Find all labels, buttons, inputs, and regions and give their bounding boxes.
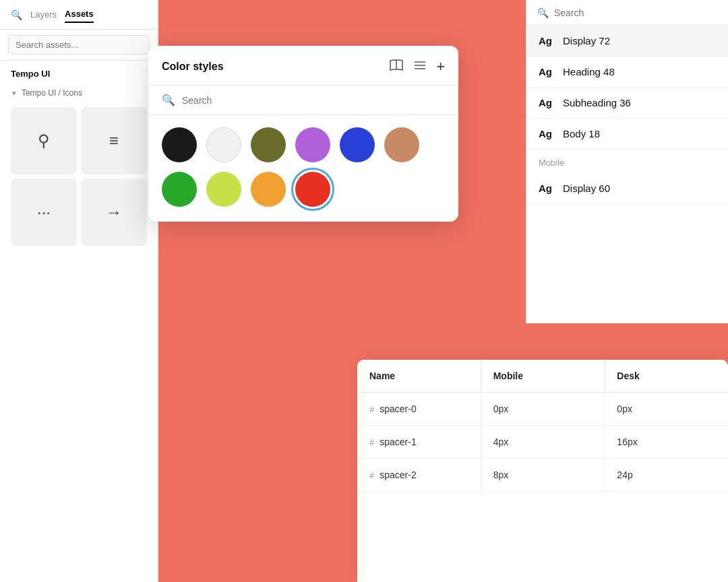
spacing-table: Name Mobile Desk # spacer-0 0px 0px # sp… — [357, 360, 728, 582]
text-style-subheading36[interactable]: Ag Subheading 36 — [526, 88, 728, 119]
add-icon[interactable]: + — [436, 58, 445, 75]
color-search-input[interactable] — [182, 95, 445, 106]
search-icon: ⚲ — [38, 131, 50, 150]
menu-icon: ≡ — [109, 131, 119, 150]
text-style-name: Heading 48 — [563, 66, 615, 77]
hash-icon: # — [369, 404, 374, 414]
swatch-white[interactable] — [206, 127, 241, 162]
table-header: Name Mobile Desk — [357, 360, 728, 393]
table-cell-name: # spacer-1 — [357, 426, 481, 458]
ag-label: Ag — [539, 35, 553, 46]
table-cell-mobile: 8px — [481, 459, 605, 491]
swatch-black[interactable] — [162, 127, 197, 162]
color-search-icon: 🔍 — [162, 94, 175, 106]
sidebar-tabs: 🔍 Layers Assets — [0, 0, 158, 30]
swatch-green[interactable] — [162, 172, 197, 207]
spacer-name: spacer-2 — [380, 470, 416, 480]
table-row: # spacer-2 8px 24p — [357, 459, 728, 492]
col-header-desktop: Desk — [605, 360, 728, 392]
table-cell-desktop: 16px — [605, 426, 728, 458]
left-sidebar: 🔍 Layers Assets Tempo UI ▼ Tempo UI / Ic… — [0, 0, 158, 582]
color-row-1 — [162, 127, 445, 162]
text-style-heading48[interactable]: Ag Heading 48 — [526, 57, 728, 88]
list-icon[interactable] — [413, 60, 427, 74]
swatch-olive[interactable] — [251, 127, 286, 162]
color-panel-search: 🔍 — [148, 86, 458, 115]
text-style-name: Subheading 36 — [563, 97, 631, 108]
search-assets-input[interactable] — [8, 35, 150, 55]
hash-icon: # — [369, 470, 374, 480]
ag-label: Ag — [539, 97, 553, 108]
text-search-input[interactable] — [554, 7, 717, 18]
hash-icon: # — [369, 437, 374, 447]
ag-label: Ag — [539, 128, 553, 139]
table-cell-desktop: 0px — [605, 393, 728, 425]
text-search-icon: 🔍 — [537, 7, 549, 18]
more-icon: ··· — [37, 203, 51, 222]
icon-card-arrow[interactable]: → — [81, 179, 147, 246]
mobile-section-label: Mobile — [526, 150, 728, 173]
col-header-mobile: Mobile — [481, 360, 605, 392]
color-swatches — [148, 115, 458, 222]
swatch-brown[interactable] — [384, 127, 419, 162]
text-styles-panel: 🔍 Ag Display 72 Ag Heading 48 Ag Subhead… — [526, 0, 728, 323]
tab-assets[interactable]: Assets — [65, 6, 94, 23]
sidebar-subsection: ▼ Tempo UI / Icons — [0, 84, 158, 102]
sidebar-asset-search — [0, 30, 158, 61]
subsection-label: Tempo UI / Icons — [22, 88, 82, 98]
swatch-orange[interactable] — [251, 172, 286, 207]
text-style-name: Body 18 — [563, 128, 600, 139]
table-row: # spacer-0 0px 0px — [357, 393, 728, 426]
text-style-name: Display 60 — [563, 183, 610, 194]
ag-label: Ag — [539, 183, 553, 194]
swatch-purple[interactable] — [295, 127, 330, 162]
color-styles-panel: Color styles + 🔍 — [148, 46, 458, 222]
sidebar-search-icon: 🔍 — [11, 9, 22, 20]
table-cell-name: # spacer-0 — [357, 393, 481, 425]
book-icon[interactable] — [389, 59, 404, 75]
color-panel-title: Color styles — [162, 61, 224, 73]
text-style-display60[interactable]: Ag Display 60 — [526, 173, 728, 204]
icon-grid: ⚲ ≡ ··· → — [0, 102, 158, 251]
text-style-display72[interactable]: Ag Display 72 — [526, 26, 728, 57]
text-style-body18[interactable]: Ag Body 18 — [526, 119, 728, 150]
text-panel-search: 🔍 — [526, 0, 728, 26]
table-cell-mobile: 0px — [481, 393, 605, 425]
color-panel-header: Color styles + — [148, 46, 458, 86]
spacer-name: spacer-1 — [380, 437, 416, 447]
swatch-red[interactable] — [295, 172, 330, 207]
arrow-right-icon: → — [106, 203, 122, 222]
col-header-name: Name — [357, 360, 481, 392]
sidebar-section-title: Tempo UI — [0, 61, 158, 84]
color-row-2 — [162, 172, 445, 207]
icon-card-menu[interactable]: ≡ — [81, 107, 147, 174]
table-cell-name: # spacer-2 — [357, 459, 481, 491]
swatch-blue[interactable] — [340, 127, 375, 162]
table-row: # spacer-1 4px 16px — [357, 426, 728, 459]
ag-label: Ag — [539, 66, 553, 77]
chevron-down-icon: ▼ — [11, 90, 18, 97]
text-style-name: Display 72 — [563, 35, 610, 46]
icon-card-more[interactable]: ··· — [11, 179, 77, 246]
color-panel-actions: + — [389, 58, 445, 75]
tab-layers[interactable]: Layers — [30, 7, 57, 22]
table-cell-mobile: 4px — [481, 426, 605, 458]
spacer-name: spacer-0 — [380, 403, 416, 414]
icon-card-search[interactable]: ⚲ — [11, 107, 77, 174]
swatch-yellow-green[interactable] — [206, 172, 241, 207]
table-cell-desktop: 24p — [605, 459, 728, 491]
